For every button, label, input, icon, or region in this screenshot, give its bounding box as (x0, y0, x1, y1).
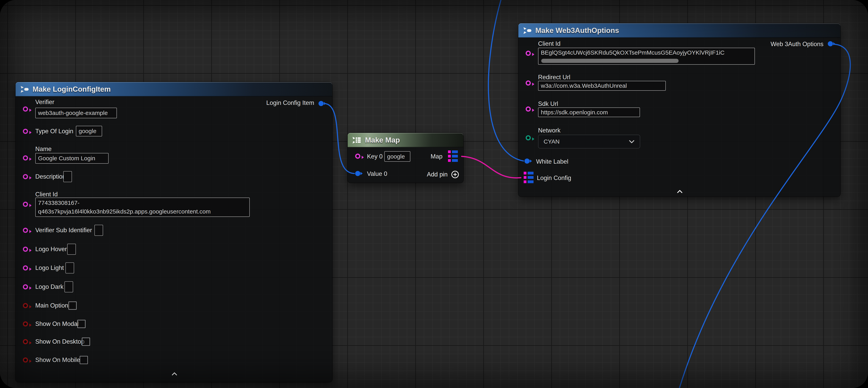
pin-label-show-on-mobile: Show On Mobile (35, 356, 80, 363)
node-make-web3authoptions-header[interactable]: Make Web3AuthOptions (518, 23, 840, 38)
show-on-mobile-checkbox[interactable] (80, 356, 88, 364)
client-id-value: BEglQSgt4cUWcj6SKRdu5QkOXTsePmMcusG5EAoy… (541, 49, 724, 56)
pin-show-on-desktop[interactable] (23, 339, 28, 344)
client-id-line2: q463s7kpvja16l4l0kko3nb925ikds2p.apps.go… (38, 207, 211, 216)
pin-label-client-id: Client Id (538, 40, 561, 47)
pin-label-key-0: Key 0 (367, 153, 382, 160)
pin-label-redirect-url: Redirect Url (538, 74, 570, 81)
verifier-sub-identifier-input[interactable] (94, 225, 103, 236)
pin-redirect-url[interactable] (526, 81, 531, 86)
pin-key-0[interactable] (355, 154, 360, 159)
network-selected-value: CYAN (544, 138, 560, 145)
pin-label-sdk-url: Sdk Url (538, 100, 558, 108)
pin-network[interactable] (526, 135, 531, 140)
pin-map-output[interactable] (448, 150, 458, 162)
show-on-modal-checkbox[interactable] (77, 320, 86, 328)
make-map-icon (352, 137, 362, 144)
pin-label-client-id: Client Id (35, 191, 58, 198)
pin-label-verifier: Verifier (35, 98, 54, 106)
description-input[interactable] (63, 171, 72, 182)
main-option-checkbox[interactable] (68, 301, 77, 310)
name-input[interactable] (35, 153, 108, 163)
verifier-input[interactable] (35, 108, 117, 118)
pin-label-logo-light: Logo Light (35, 264, 64, 271)
key-0-input[interactable] (384, 151, 410, 162)
pin-label-white-label: White Label (536, 158, 568, 165)
add-pin-label: Add pin (427, 171, 447, 178)
pin-label-show-on-desktop: Show On Desktop (35, 338, 85, 345)
logo-light-input[interactable] (65, 262, 74, 273)
chevron-down-icon (629, 140, 634, 143)
sdk-url-input[interactable] (538, 108, 640, 117)
type-of-login-input[interactable] (76, 126, 102, 137)
pin-login-config[interactable] (524, 172, 534, 183)
pin-label-map: Map (431, 153, 442, 160)
wire-map-to-login-config[interactable] (461, 156, 521, 178)
pin-web3auth-options-output[interactable] (828, 41, 833, 46)
node-make-loginconfigitem-header[interactable]: Make LoginConfigItem (16, 82, 332, 96)
pin-sdk-url[interactable] (526, 107, 531, 112)
pin-value-0[interactable] (355, 171, 360, 176)
pin-show-on-modal[interactable] (23, 321, 28, 327)
pin-label-network: Network (538, 127, 561, 134)
node-title: Make Map (365, 136, 400, 144)
node-make-loginconfigitem: Make LoginConfigItem Login Config Item V… (16, 82, 332, 382)
pin-client-id[interactable] (526, 51, 531, 56)
logo-hover-input[interactable] (67, 244, 76, 255)
add-pin-button[interactable]: Add pin (427, 170, 459, 179)
pin-label-type-of-login: Type Of Login (35, 128, 73, 135)
make-struct-icon (523, 27, 532, 34)
node-make-map: Make Map Key 0 Map Value 0 Add pin (348, 133, 463, 183)
pin-verifier-sub-identifier[interactable] (23, 228, 28, 233)
pin-logo-hover[interactable] (23, 247, 28, 252)
add-pin-icon (451, 170, 459, 179)
pin-white-label[interactable] (524, 158, 530, 163)
pin-label-verifier-sub-identifier: Verifier Sub Identifier (35, 227, 92, 234)
pin-label-description: Description (35, 173, 66, 180)
pin-name[interactable] (23, 155, 28, 160)
redirect-url-input[interactable] (538, 81, 666, 91)
pin-client-id[interactable] (23, 202, 28, 207)
pin-type-of-login[interactable] (23, 129, 28, 134)
pin-show-on-mobile[interactable] (23, 357, 28, 363)
show-on-desktop-checkbox[interactable] (82, 337, 90, 346)
pin-description[interactable] (23, 174, 28, 179)
pin-login-config-item-output[interactable] (318, 101, 323, 106)
client-id-horizontal-scrollbar[interactable] (541, 59, 679, 63)
client-id-input[interactable]: BEglQSgt4cUWcj6SKRdu5QkOXTsePmMcusG5EAoy… (538, 48, 755, 65)
node-title: Make Web3AuthOptions (535, 26, 619, 35)
pin-label-logo-dark: Logo Dark (35, 283, 63, 290)
network-dropdown[interactable]: CYAN (538, 135, 640, 148)
pin-verifier[interactable] (23, 107, 28, 112)
logo-dark-input[interactable] (64, 281, 73, 292)
node-make-web3authoptions: Make Web3AuthOptions Web 3Auth Options C… (518, 23, 840, 197)
pin-label-logo-hover: Logo Hover (35, 246, 67, 253)
collapse-chevron-icon[interactable] (677, 190, 683, 193)
pin-label-login-config-item: Login Config Item (266, 99, 314, 107)
make-struct-icon (20, 86, 29, 93)
pin-label-login-config: Login Config (537, 175, 571, 182)
node-title: Make LoginConfigItem (33, 85, 111, 93)
pin-logo-light[interactable] (23, 265, 28, 270)
collapse-chevron-icon[interactable] (171, 372, 178, 376)
pin-label-name: Name (35, 146, 52, 153)
node-make-map-header[interactable]: Make Map (348, 133, 463, 147)
client-id-line1: 774338308167- (38, 199, 80, 207)
graph-canvas[interactable]: Make LoginConfigItem Login Config Item V… (0, 0, 868, 388)
pin-label-web3auth-options: Web 3Auth Options (771, 40, 824, 48)
pin-label-main-option: Main Option (35, 302, 68, 309)
pin-logo-dark[interactable] (23, 284, 28, 290)
pin-label-value-0: Value 0 (367, 170, 387, 177)
pin-label-show-on-modal: Show On Modal (35, 320, 79, 327)
pin-main-option[interactable] (23, 303, 28, 308)
client-id-input[interactable]: 774338308167- q463s7kpvja16l4l0kko3nb925… (35, 198, 250, 217)
